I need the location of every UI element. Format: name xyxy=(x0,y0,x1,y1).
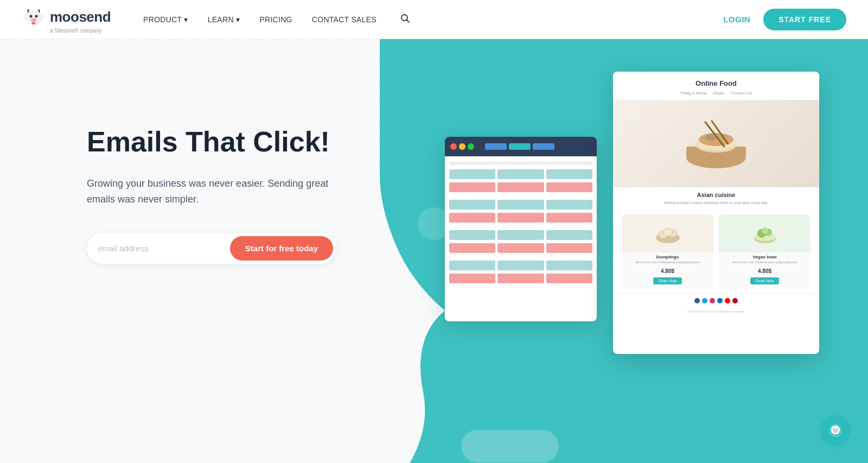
editor-row-7 xyxy=(449,261,592,270)
product-card-dumplings: Dumplings Items from this. Pellentesque … xyxy=(622,214,713,289)
website-nav-item-1: Today's Menu xyxy=(680,91,706,96)
login-button[interactable]: LOGIN xyxy=(723,15,750,24)
website-section-description: Delicious Asian cuisine delivered fresh … xyxy=(613,200,819,210)
nav-item-contact-sales[interactable]: CONTACT SALES xyxy=(312,15,376,24)
navbar: moosend a Sitecore® company PRODUCT ▾ LE… xyxy=(0,0,868,39)
chat-icon xyxy=(828,423,843,438)
editor-window-buttons xyxy=(450,143,474,150)
svg-point-6 xyxy=(34,20,35,21)
hero-subtitle: Growing your business was never easier. … xyxy=(87,176,336,207)
food-bowl-illustration xyxy=(678,106,754,182)
editor-cell-pink xyxy=(449,274,495,283)
svg-point-5 xyxy=(32,20,33,21)
product-vegan-order-button[interactable]: Order Now xyxy=(750,277,780,284)
website-preview-mockup: Online Food Today's Menu Deals Contact U… xyxy=(613,72,819,354)
social-youtube-icon xyxy=(725,298,730,303)
email-form: Start for free today xyxy=(87,233,336,264)
editor-cell xyxy=(497,261,544,270)
editor-body xyxy=(445,156,597,292)
editor-tab-1 xyxy=(485,143,507,150)
product-vegan-desc: Items from this. Pellentesque adipiscing… xyxy=(719,261,810,267)
logo-area: moosend a Sitecore® company xyxy=(22,5,111,34)
editor-cell xyxy=(449,261,495,270)
website-mockup-header: Online Food Today's Menu Deals Contact U… xyxy=(613,72,819,100)
dumplings-illustration xyxy=(652,217,684,250)
editor-row-3 xyxy=(449,200,592,210)
hero-section: Emails That Click! Growing your business… xyxy=(0,39,868,463)
website-mockup-title: Online Food xyxy=(622,79,810,87)
website-nav-item-2: Deals xyxy=(713,91,724,96)
svg-point-30 xyxy=(663,229,673,236)
svg-point-3 xyxy=(35,15,38,18)
editor-tab-3 xyxy=(533,143,554,150)
social-linkedin-icon xyxy=(717,298,723,303)
website-footer-text: © 2024 Online Food. All rights reserved. xyxy=(613,308,819,315)
nav-item-pricing[interactable]: PRICING xyxy=(259,15,292,24)
editor-row-4 xyxy=(449,213,592,223)
product-dumplings-name: Dumplings xyxy=(622,252,713,261)
editor-header-bar xyxy=(449,162,592,165)
editor-cell xyxy=(497,230,544,240)
editor-cell-pink xyxy=(449,243,495,253)
social-twitter-icon xyxy=(702,298,707,303)
editor-row-1 xyxy=(449,169,592,179)
editor-cell-pink xyxy=(497,182,544,192)
search-icon[interactable] xyxy=(400,14,410,26)
editor-cell xyxy=(546,230,592,240)
product-card-vegan-bowl: Vegan bowl Items from this. Pellentesque… xyxy=(719,214,810,289)
editor-cell xyxy=(497,169,544,179)
svg-point-39 xyxy=(833,429,835,430)
editor-cell-pink xyxy=(546,274,592,283)
editor-cell-pink xyxy=(449,182,495,192)
nav-item-product[interactable]: PRODUCT ▾ xyxy=(143,15,188,24)
logo-subtitle: a Sitecore® company xyxy=(50,28,102,34)
logo-brand-name: moosend xyxy=(50,9,111,26)
svg-point-2 xyxy=(30,15,33,18)
editor-cell-pink xyxy=(497,243,544,253)
svg-point-40 xyxy=(837,429,838,430)
email-editor-mockup xyxy=(445,137,597,321)
editor-row-5 xyxy=(449,230,592,240)
svg-point-8 xyxy=(39,14,43,20)
editor-cell xyxy=(449,200,495,210)
editor-close-dot xyxy=(450,143,457,150)
editor-cell-pink xyxy=(497,274,544,283)
product-dumplings-image xyxy=(622,214,713,252)
product-dumplings-order-button[interactable]: Order Now xyxy=(653,277,682,284)
svg-point-35 xyxy=(762,227,768,234)
editor-row-8 xyxy=(449,274,592,283)
product-dumplings-desc: Items from this. Pellentesque adipiscing… xyxy=(622,261,713,267)
svg-point-42 xyxy=(834,431,835,432)
website-nav-item-3: Contact Us xyxy=(731,91,752,96)
editor-titlebar xyxy=(445,137,597,156)
svg-point-38 xyxy=(831,426,840,434)
hero-mockups: Online Food Today's Menu Deals Contact U… xyxy=(429,72,835,441)
chat-widget-button[interactable] xyxy=(820,415,851,446)
svg-line-10 xyxy=(407,20,410,22)
start-free-nav-button[interactable]: START FREE xyxy=(763,9,846,30)
website-mockup-nav: Today's Menu Deals Contact Us xyxy=(622,91,810,96)
product-dumplings-price: 4.80$ xyxy=(622,267,713,275)
product-vegan-image xyxy=(719,214,810,252)
editor-cell xyxy=(546,261,592,270)
cta-start-free-button[interactable]: Start for free today xyxy=(230,236,333,261)
product-vegan-price: 4.80$ xyxy=(719,267,810,275)
nav-links: PRODUCT ▾ LEARN ▾ PRICING CONTACT SALES xyxy=(143,14,723,26)
svg-point-41 xyxy=(834,430,838,433)
website-social-icons xyxy=(613,293,819,308)
editor-tabs xyxy=(485,143,554,150)
svg-point-4 xyxy=(30,18,37,22)
vegan-bowl-illustration xyxy=(749,217,781,250)
nav-right: LOGIN START FREE xyxy=(723,9,846,30)
email-input[interactable] xyxy=(98,244,230,253)
editor-cell xyxy=(449,169,495,179)
svg-point-7 xyxy=(24,14,28,20)
editor-cell-pink xyxy=(546,182,592,192)
editor-cell-pink xyxy=(497,213,544,223)
editor-maximize-dot xyxy=(468,143,474,150)
social-pinterest-icon xyxy=(732,298,738,303)
website-products-grid: Dumplings Items from this. Pellentesque … xyxy=(613,210,819,293)
nav-item-learn[interactable]: LEARN ▾ xyxy=(208,15,240,24)
editor-spacer xyxy=(449,195,592,200)
editor-row-2 xyxy=(449,182,592,192)
